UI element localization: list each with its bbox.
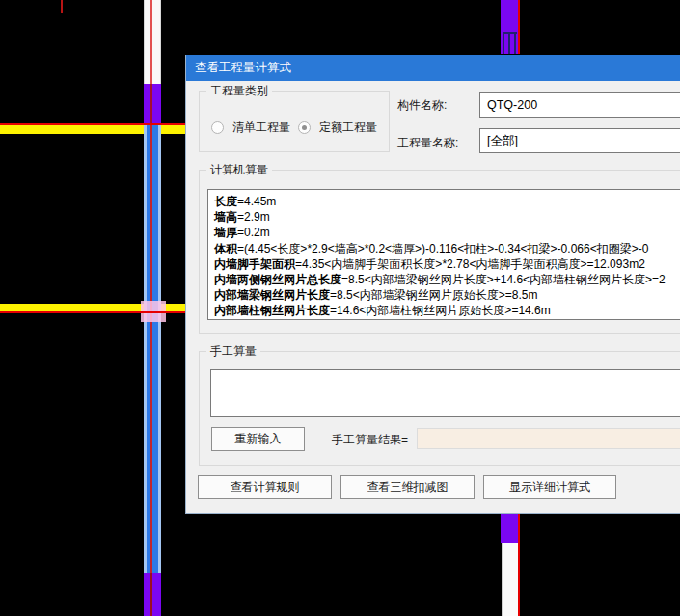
column-purple-bottom-right[interactable]	[501, 514, 519, 543]
computer-calc-label: 计算机算量	[206, 163, 272, 176]
column-segment-purple-top[interactable]	[144, 84, 161, 125]
dialog-title-bar[interactable]: 查看工程量计算式	[186, 55, 680, 81]
calc-line: 内部墙柱钢丝网片长度=14.6<内部墙柱钢丝网片原始长度>=14.6m	[214, 303, 680, 318]
radio-list-quantity[interactable]: 清单工程量	[211, 121, 290, 134]
wall-segment-blue[interactable]	[144, 125, 161, 573]
calc-line: 体积=(4.45<长度>*2.9<墙高>*0.2<墙厚>)-0.116<扣柱>-…	[214, 241, 680, 256]
dialog-title: 查看工程量计算式	[195, 61, 291, 74]
calc-line: 内墙两侧钢丝网片总长度=8.5<内部墙梁钢丝网片长度>+14.6<内部墙柱钢丝网…	[214, 272, 680, 287]
calc-line: 内墙脚手架面积=4.35<内墙脚手架面积长度>*2.78<内墙脚手架面积高度>=…	[214, 256, 680, 272]
wall-centerline-blue	[150, 125, 152, 573]
manual-result-label: 手工算量结果=	[332, 433, 408, 446]
component-name-input[interactable]	[479, 92, 680, 118]
calc-line: 墙高=2.9m	[214, 209, 680, 225]
quantity-name-input[interactable]	[479, 128, 680, 153]
axis-line-red-vertical-bottom	[518, 514, 520, 616]
quantity-formula-dialog: 查看工程量计算式 工程量类别 清单工程量 定额工程量 构件名称: 工程量名称: …	[185, 55, 680, 514]
quantity-category-group: 工程量类别 清单工程量 定额工程量	[199, 91, 390, 152]
quantity-category-label: 工程量类别	[206, 84, 272, 97]
component-name-label: 构件名称:	[397, 98, 447, 112]
manual-calc-textarea[interactable]	[210, 369, 680, 417]
radio-label-quota[interactable]: 定额工程量	[319, 120, 377, 136]
axis-line-red-vertical-top	[518, 0, 520, 54]
calc-line: 内部墙梁钢丝网片长度=8.5<内部墙梁钢丝网片原始长度>=8.5m	[214, 287, 680, 303]
radio-quota-quantity[interactable]: 定额工程量	[298, 121, 377, 134]
manual-calc-label: 手工算量	[206, 344, 260, 358]
radio-label-list[interactable]: 清单工程量	[232, 120, 290, 136]
wall-segment-white-bottom-right[interactable]	[502, 543, 518, 616]
radio-circle-list[interactable]	[211, 121, 224, 134]
reinput-button[interactable]: 重新输入	[211, 427, 305, 451]
column-centerline-top	[150, 84, 152, 125]
radio-circle-quota[interactable]	[298, 121, 311, 134]
view-3d-deduction-button[interactable]: 查看三维扣减图	[340, 475, 475, 499]
calc-line: 长度=4.45m	[214, 194, 680, 209]
wall-segment-white[interactable]	[144, 0, 161, 84]
axis-line-red-upper	[0, 123, 185, 125]
show-detailed-formula-button[interactable]: 显示详细计算式	[483, 475, 616, 499]
manual-result-field	[417, 428, 680, 449]
column-centerline-bottom	[150, 573, 152, 616]
column-rebar-symbol	[503, 32, 517, 54]
column-segment-purple-bottom[interactable]	[144, 573, 161, 616]
calc-line: 墙厚=0.2m	[214, 225, 680, 240]
wall-centerline-top	[150, 0, 152, 84]
computer-calc-textarea[interactable]: 长度=4.45m 墙高=2.9m 墙厚=0.2m 体积=(4.45<长度>*2.…	[207, 189, 680, 320]
axis-line-red-lower	[0, 311, 185, 313]
radio-selected-dot	[302, 125, 307, 130]
axis-tick-red	[61, 0, 63, 13]
view-calc-rules-button[interactable]: 查看计算规则	[198, 475, 332, 499]
quantity-name-label: 工程量名称:	[397, 136, 458, 149]
